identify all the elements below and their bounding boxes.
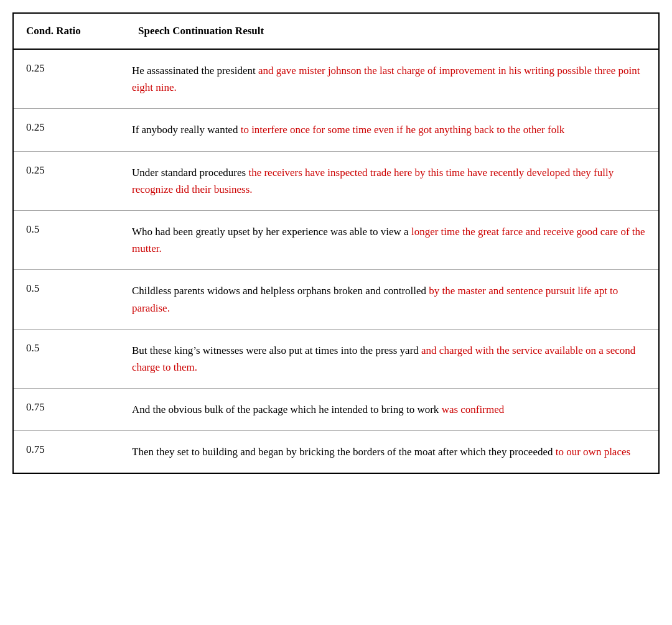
ratio-cell: 0.25 — [14, 50, 126, 108]
text-black: And the obvious bulk of the package whic… — [132, 404, 442, 415]
text-black: Under standard procedures — [132, 167, 248, 178]
table-row: 0.75And the obvious bulk of the package … — [14, 389, 658, 431]
header-ratio: Cond. Ratio — [14, 20, 126, 42]
table-row: 0.25Under standard procedures the receiv… — [14, 152, 658, 211]
ratio-cell: 0.25 — [14, 109, 126, 150]
text-black: Who had been greatly upset by her experi… — [132, 226, 411, 238]
ratio-cell: 0.25 — [14, 152, 126, 210]
text-black: But these king’s witnesses were also put… — [132, 345, 421, 356]
ratio-cell: 0.5 — [14, 330, 126, 388]
table-row: 0.5Childless parents widows and helpless… — [14, 270, 658, 329]
text-red: was confirmed — [442, 404, 505, 415]
main-table: Cond. Ratio Speech Continuation Result 0… — [12, 12, 660, 474]
speech-text-cell: Who had been greatly upset by her experi… — [126, 211, 658, 269]
table-row: 0.75Then they set to building and began … — [14, 431, 658, 473]
text-red: to our own places — [556, 446, 630, 458]
ratio-cell: 0.75 — [14, 389, 126, 430]
speech-text-cell: Childless parents widows and helpless or… — [126, 270, 658, 328]
ratio-cell: 0.5 — [14, 270, 126, 328]
speech-text-cell: If anybody really wanted to interfere on… — [126, 109, 658, 150]
table-row: 0.25If anybody really wanted to interfer… — [14, 109, 658, 151]
ratio-cell: 0.75 — [14, 431, 126, 473]
table-row: 0.5Who had been greatly upset by her exp… — [14, 211, 658, 270]
text-black: He assassinated the president — [132, 65, 258, 76]
speech-text-cell: Under standard procedures the receivers … — [126, 152, 658, 210]
speech-text-cell: He assassinated the president and gave m… — [126, 50, 658, 108]
table-header: Cond. Ratio Speech Continuation Result — [14, 14, 658, 50]
text-black: Then they set to building and began by b… — [132, 446, 556, 458]
text-black: Childless parents widows and helpless or… — [132, 285, 429, 297]
text-black: If anybody really wanted — [132, 124, 241, 136]
speech-text-cell: Then they set to building and began by b… — [126, 431, 658, 473]
table-row: 0.25He assassinated the president and ga… — [14, 50, 658, 109]
speech-text-cell: And the obvious bulk of the package whic… — [126, 389, 658, 430]
text-red: to interfere once for some time even if … — [241, 124, 565, 136]
speech-text-cell: But these king’s witnesses were also put… — [126, 330, 658, 388]
table-body: 0.25He assassinated the president and ga… — [14, 50, 658, 473]
table-row: 0.5But these king’s witnesses were also … — [14, 330, 658, 389]
ratio-cell: 0.5 — [14, 211, 126, 269]
header-text: Speech Continuation Result — [126, 20, 658, 42]
